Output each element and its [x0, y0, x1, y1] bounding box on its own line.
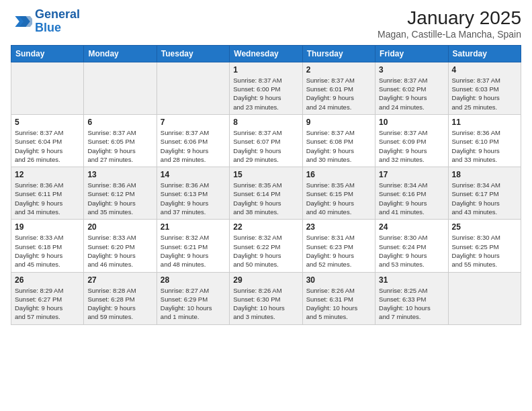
- cell-info: Sunrise: 8:35 AMSunset: 6:15 PMDaylight:…: [306, 181, 371, 216]
- calendar-cell: 13Sunrise: 8:36 AMSunset: 6:12 PMDayligh…: [84, 167, 157, 220]
- calendar-cell: [157, 62, 229, 114]
- day-number: 29: [233, 275, 298, 285]
- cell-info: Sunrise: 8:29 AMSunset: 6:27 PMDaylight:…: [15, 286, 80, 322]
- cell-info: Sunrise: 8:31 AMSunset: 6:23 PMDaylight:…: [306, 233, 371, 269]
- day-number: 5: [15, 118, 80, 127]
- weekday-header-tuesday: Tuesday: [157, 45, 229, 62]
- cell-info: Sunrise: 8:25 AMSunset: 6:33 PMDaylight:…: [379, 286, 444, 322]
- cell-info: Sunrise: 8:37 AMSunset: 6:00 PMDaylight:…: [233, 76, 298, 111]
- day-number: 26: [15, 275, 80, 285]
- cell-info: Sunrise: 8:32 AMSunset: 6:22 PMDaylight:…: [233, 233, 298, 269]
- day-number: 13: [87, 170, 152, 179]
- calendar-cell: 12Sunrise: 8:36 AMSunset: 6:11 PMDayligh…: [11, 167, 84, 220]
- day-number: 22: [233, 222, 298, 232]
- day-number: 6: [87, 118, 152, 127]
- calendar-cell: 22Sunrise: 8:32 AMSunset: 6:22 PMDayligh…: [230, 220, 302, 272]
- calendar-cell: 19Sunrise: 8:33 AMSunset: 6:18 PMDayligh…: [11, 220, 84, 272]
- calendar-cell: 10Sunrise: 8:37 AMSunset: 6:09 PMDayligh…: [375, 114, 448, 167]
- day-number: 24: [379, 222, 444, 232]
- day-number: 14: [161, 170, 226, 179]
- cell-info: Sunrise: 8:35 AMSunset: 6:14 PMDaylight:…: [233, 181, 298, 216]
- day-number: 31: [379, 275, 444, 285]
- calendar-cell: 5Sunrise: 8:37 AMSunset: 6:04 PMDaylight…: [11, 114, 84, 167]
- calendar-week-row: 12Sunrise: 8:36 AMSunset: 6:11 PMDayligh…: [11, 167, 521, 220]
- calendar-cell: 23Sunrise: 8:31 AMSunset: 6:23 PMDayligh…: [302, 220, 375, 272]
- logo-line1: General: [35, 7, 80, 21]
- calendar-cell: 31Sunrise: 8:25 AMSunset: 6:33 PMDayligh…: [375, 272, 448, 324]
- cell-info: Sunrise: 8:34 AMSunset: 6:17 PMDaylight:…: [452, 181, 517, 216]
- calendar-cell: 28Sunrise: 8:27 AMSunset: 6:29 PMDayligh…: [157, 272, 229, 324]
- day-number: 19: [15, 222, 80, 232]
- cell-info: Sunrise: 8:37 AMSunset: 6:02 PMDaylight:…: [379, 76, 444, 111]
- logo-icon: [11, 11, 32, 32]
- month-title: January 2025: [378, 8, 521, 29]
- calendar-cell: 21Sunrise: 8:32 AMSunset: 6:21 PMDayligh…: [157, 220, 229, 272]
- day-number: 2: [306, 65, 371, 75]
- cell-info: Sunrise: 8:30 AMSunset: 6:24 PMDaylight:…: [379, 233, 444, 269]
- calendar-cell: 8Sunrise: 8:37 AMSunset: 6:07 PMDaylight…: [230, 114, 302, 167]
- cell-info: Sunrise: 8:33 AMSunset: 6:18 PMDaylight:…: [15, 233, 80, 269]
- calendar-cell: 2Sunrise: 8:37 AMSunset: 6:01 PMDaylight…: [302, 62, 375, 114]
- weekday-header-saturday: Saturday: [448, 45, 521, 62]
- calendar-cell: 30Sunrise: 8:26 AMSunset: 6:31 PMDayligh…: [302, 272, 375, 324]
- cell-info: Sunrise: 8:33 AMSunset: 6:20 PMDaylight:…: [87, 233, 152, 269]
- calendar-cell: 25Sunrise: 8:30 AMSunset: 6:25 PMDayligh…: [448, 220, 521, 272]
- calendar-table: SundayMondayTuesdayWednesdayThursdayFrid…: [11, 45, 521, 325]
- calendar-cell: 24Sunrise: 8:30 AMSunset: 6:24 PMDayligh…: [375, 220, 448, 272]
- day-number: 1: [233, 65, 298, 75]
- calendar-cell: 7Sunrise: 8:37 AMSunset: 6:06 PMDaylight…: [157, 114, 229, 167]
- cell-info: Sunrise: 8:34 AMSunset: 6:16 PMDaylight:…: [379, 181, 444, 216]
- day-number: 11: [452, 118, 517, 127]
- calendar-week-row: 5Sunrise: 8:37 AMSunset: 6:04 PMDaylight…: [11, 114, 521, 167]
- calendar-cell: 17Sunrise: 8:34 AMSunset: 6:16 PMDayligh…: [375, 167, 448, 220]
- calendar-week-row: 1Sunrise: 8:37 AMSunset: 6:00 PMDaylight…: [11, 62, 521, 114]
- day-number: 20: [87, 222, 152, 232]
- calendar-cell: 20Sunrise: 8:33 AMSunset: 6:20 PMDayligh…: [84, 220, 157, 272]
- calendar-cell: 26Sunrise: 8:29 AMSunset: 6:27 PMDayligh…: [11, 272, 84, 324]
- day-number: 9: [306, 118, 371, 127]
- calendar-cell: 18Sunrise: 8:34 AMSunset: 6:17 PMDayligh…: [448, 167, 521, 220]
- header: General Blue January 2025 Magan, Castill…: [11, 8, 521, 40]
- location: Magan, Castille-La Mancha, Spain: [378, 29, 521, 40]
- calendar-week-row: 19Sunrise: 8:33 AMSunset: 6:18 PMDayligh…: [11, 220, 521, 272]
- cell-info: Sunrise: 8:37 AMSunset: 6:07 PMDaylight:…: [233, 128, 298, 164]
- day-number: 16: [306, 170, 371, 179]
- title-block: January 2025 Magan, Castille-La Mancha, …: [378, 8, 521, 40]
- cell-info: Sunrise: 8:37 AMSunset: 6:04 PMDaylight:…: [15, 128, 80, 164]
- day-number: 21: [161, 222, 226, 232]
- day-number: 7: [161, 118, 226, 127]
- weekday-header-wednesday: Wednesday: [230, 45, 302, 62]
- day-number: 10: [379, 118, 444, 127]
- day-number: 15: [233, 170, 298, 179]
- calendar-cell: 9Sunrise: 8:37 AMSunset: 6:08 PMDaylight…: [302, 114, 375, 167]
- calendar-cell: 14Sunrise: 8:36 AMSunset: 6:13 PMDayligh…: [157, 167, 229, 220]
- weekday-header-monday: Monday: [84, 45, 157, 62]
- day-number: 28: [161, 275, 226, 285]
- calendar-cell: 6Sunrise: 8:37 AMSunset: 6:05 PMDaylight…: [84, 114, 157, 167]
- calendar-cell: [11, 62, 84, 114]
- day-number: 4: [452, 65, 517, 75]
- weekday-header-row: SundayMondayTuesdayWednesdayThursdayFrid…: [11, 45, 521, 62]
- cell-info: Sunrise: 8:26 AMSunset: 6:30 PMDaylight:…: [233, 286, 298, 322]
- logo: General Blue: [11, 8, 80, 35]
- calendar-cell: 1Sunrise: 8:37 AMSunset: 6:00 PMDaylight…: [230, 62, 302, 114]
- day-number: 25: [452, 222, 517, 232]
- cell-info: Sunrise: 8:36 AMSunset: 6:10 PMDaylight:…: [452, 128, 517, 164]
- cell-info: Sunrise: 8:36 AMSunset: 6:12 PMDaylight:…: [87, 181, 152, 216]
- logo-text: General Blue: [35, 8, 80, 35]
- cell-info: Sunrise: 8:37 AMSunset: 6:06 PMDaylight:…: [161, 128, 226, 164]
- day-number: 30: [306, 275, 371, 285]
- cell-info: Sunrise: 8:27 AMSunset: 6:29 PMDaylight:…: [161, 286, 226, 322]
- calendar-cell: 15Sunrise: 8:35 AMSunset: 6:14 PMDayligh…: [230, 167, 302, 220]
- cell-info: Sunrise: 8:36 AMSunset: 6:13 PMDaylight:…: [161, 181, 226, 216]
- weekday-header-thursday: Thursday: [302, 45, 375, 62]
- page: General Blue January 2025 Magan, Castill…: [0, 0, 532, 411]
- cell-info: Sunrise: 8:37 AMSunset: 6:08 PMDaylight:…: [306, 128, 371, 164]
- cell-info: Sunrise: 8:30 AMSunset: 6:25 PMDaylight:…: [452, 233, 517, 269]
- logo-line2: Blue: [35, 21, 61, 34]
- day-number: 12: [15, 170, 80, 179]
- weekday-header-sunday: Sunday: [11, 45, 84, 62]
- day-number: 23: [306, 222, 371, 232]
- cell-info: Sunrise: 8:26 AMSunset: 6:31 PMDaylight:…: [306, 286, 371, 322]
- calendar-cell: 3Sunrise: 8:37 AMSunset: 6:02 PMDaylight…: [375, 62, 448, 114]
